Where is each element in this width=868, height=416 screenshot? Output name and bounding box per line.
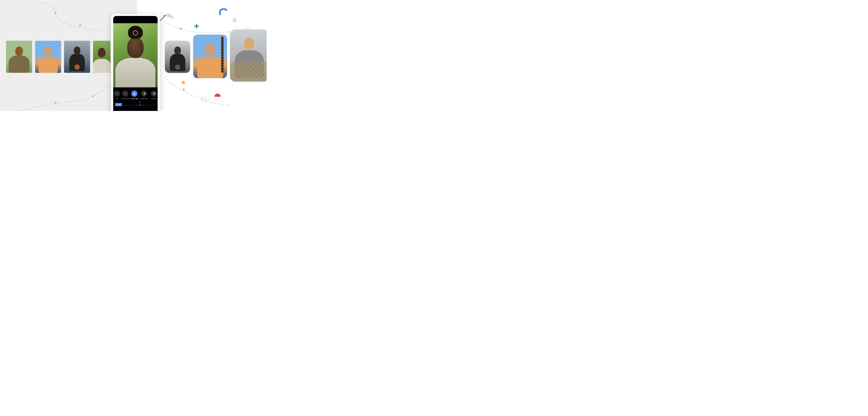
path-dot [92, 95, 94, 97]
tool-label: pth [116, 98, 118, 100]
tool-brightness[interactable]: Brightness [140, 91, 149, 100]
tool-label: Brightness [141, 98, 148, 100]
editor-tools-row: pth Color focus Portrait light [113, 91, 158, 100]
auto-button[interactable]: Auto [115, 103, 122, 106]
path-dot [79, 24, 81, 26]
svg-point-0 [134, 93, 135, 94]
tool-depth[interactable]: pth [114, 91, 120, 100]
contrast-half-icon [141, 91, 147, 97]
contrast-icon [151, 91, 157, 97]
phone-mockup: pth Color focus Portrait light [111, 14, 160, 111]
dotted-path-top [30, 2, 106, 33]
magic-wand-icon [158, 11, 174, 25]
triangle-icon [232, 17, 237, 22]
photo-thumbnail-hammock [6, 41, 32, 73]
photo-thumbnail-basketball [64, 41, 90, 73]
dotted-path-bottom [19, 78, 110, 111]
arc-icon [114, 91, 120, 97]
red-semicircle-icon [214, 94, 221, 97]
editor-controls: pth Color focus Portrait light [113, 88, 158, 111]
tool-label: Contras [151, 98, 157, 100]
edited-thumbnail-basketball-bw [165, 41, 190, 73]
dotted-path-right-bottom [165, 76, 231, 106]
blue-arc-icon [219, 8, 227, 15]
person-icon [131, 91, 137, 97]
path-dot [55, 102, 57, 104]
tool-label: Color focus [121, 98, 129, 100]
portrait-light-handle[interactable] [133, 31, 138, 35]
slider-value-label: 50 [139, 101, 141, 103]
arc-icon [122, 91, 128, 97]
edited-thumbnail-girl-swing [193, 35, 227, 78]
photo-thumbnail-woman [93, 41, 111, 73]
edited-thumbnail-hammock-bw [230, 30, 267, 81]
yellow-star-icon [181, 80, 186, 85]
tool-color-focus[interactable]: Color focus [121, 91, 130, 100]
editor-slider-row: Auto 50 [113, 102, 158, 107]
path-dot [183, 89, 185, 91]
tool-contrast[interactable]: Contras [151, 91, 157, 100]
tool-portrait-light[interactable]: Portrait light [130, 91, 139, 100]
green-plus-icon [194, 24, 199, 28]
path-dot [180, 28, 182, 30]
slider-ticks [124, 104, 156, 106]
photo-thumbnail-girl-swing [35, 41, 61, 73]
editor-slider[interactable]: 50 [124, 102, 156, 107]
path-dot [54, 12, 56, 14]
editor-photo-preview[interactable] [113, 23, 158, 88]
tool-label: Portrait light [130, 98, 138, 100]
phone-screen: pth Color focus Portrait light [113, 16, 158, 111]
